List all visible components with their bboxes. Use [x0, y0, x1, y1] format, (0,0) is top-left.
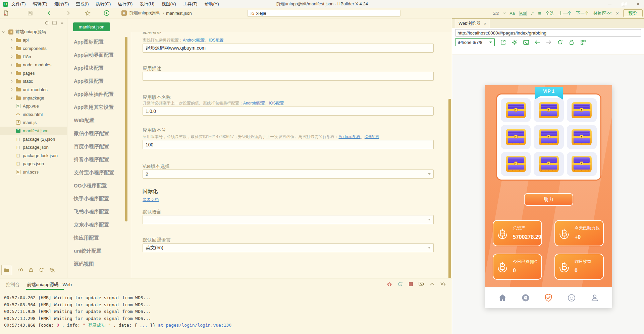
- new-file-button[interactable]: [3, 10, 9, 16]
- unlock-icon[interactable]: [569, 39, 575, 45]
- expand-chevron-icon[interactable]: [10, 47, 12, 50]
- close-button[interactable]: ×: [636, 2, 640, 6]
- next-button[interactable]: 下一个: [576, 10, 589, 16]
- menu-item[interactable]: 跳转(G): [96, 1, 111, 7]
- stat-card[interactable]: 今天已助力数 +0: [554, 220, 604, 246]
- preview-button[interactable]: 预览: [623, 9, 643, 17]
- expand-chevron-icon[interactable]: [10, 96, 12, 99]
- qr-code-icon[interactable]: [580, 39, 586, 45]
- ios-config-link[interactable]: iOS配置: [365, 134, 379, 139]
- select-all-button[interactable]: 全选: [545, 10, 554, 16]
- tab-web-browser[interactable]: Web浏览器 ×: [455, 19, 490, 28]
- locate-file-icon[interactable]: [44, 20, 49, 25]
- tree-root-project[interactable]: u 前端uniapp源码: [0, 28, 67, 36]
- restore-button[interactable]: [622, 2, 626, 6]
- config-menu-item[interactable]: QQ小程序配置: [68, 179, 131, 192]
- device-select[interactable]: iPhone 6/7/8: [455, 38, 495, 46]
- expand-chevron-icon[interactable]: [10, 72, 12, 74]
- lines-icon[interactable]: ≡: [538, 10, 541, 16]
- config-menu-item[interactable]: App模块配置: [68, 61, 131, 74]
- config-menu-item[interactable]: 快应用配置: [68, 231, 131, 244]
- log-token[interactable]: ...: [140, 323, 147, 328]
- expand-chevron-icon[interactable]: [10, 80, 12, 83]
- debug-bug-icon[interactable]: [386, 281, 392, 287]
- tree-item[interactable]: pages: [0, 69, 67, 77]
- search-input[interactable]: [256, 11, 398, 16]
- previous-button[interactable]: 上一个: [558, 10, 572, 16]
- forward-button[interactable]: [65, 10, 72, 16]
- version-code-input[interactable]: 100: [143, 140, 434, 149]
- config-menu-item[interactable]: 抖音小程序配置: [68, 153, 131, 166]
- tab-remote[interactable]: [49, 265, 55, 275]
- fallback-lang-select[interactable]: 英文(en): [143, 243, 434, 252]
- config-menu-item[interactable]: App原生插件配置: [68, 87, 131, 101]
- tab-console[interactable]: 控制台: [6, 282, 20, 288]
- back-arrow-icon[interactable]: [534, 39, 540, 45]
- tree-item[interactable]: App.vue: [0, 102, 67, 110]
- tree-item[interactable]: package-lock.json: [0, 151, 67, 160]
- restart-icon[interactable]: [397, 281, 403, 287]
- config-menu-item[interactable]: 百度小程序配置: [68, 140, 131, 153]
- expand-chevron-icon[interactable]: [2, 30, 5, 33]
- stop-icon[interactable]: [408, 281, 414, 287]
- menu-item[interactable]: 编辑(E): [33, 1, 47, 7]
- tree-item[interactable]: uni_modules: [0, 85, 67, 94]
- smiley-icon[interactable]: [567, 293, 576, 303]
- config-menu-item[interactable]: App启动界面配置: [68, 48, 131, 61]
- expand-chevron-icon[interactable]: [10, 88, 12, 91]
- tree-item[interactable]: main.js: [0, 119, 67, 127]
- menu-item[interactable]: 文件(F): [11, 1, 26, 7]
- android-config-link[interactable]: Android配置: [338, 134, 360, 139]
- menu-item[interactable]: 运行(R): [118, 1, 132, 7]
- breadcrumb-project[interactable]: 前端uniapp源码: [129, 10, 160, 16]
- minimize-button[interactable]: [608, 2, 612, 6]
- tab-sync[interactable]: [39, 265, 44, 275]
- tab-files[interactable]: [1, 265, 12, 275]
- devtools-console-icon[interactable]: [523, 39, 529, 45]
- run-button[interactable]: [103, 10, 110, 16]
- breadcrumb-file[interactable]: manifest.json: [166, 11, 192, 16]
- new-terminal-icon[interactable]: [419, 281, 424, 287]
- shield-check-icon[interactable]: [544, 293, 553, 303]
- address-bar-input[interactable]: [455, 29, 641, 37]
- version-name-input[interactable]: 1.0.0: [143, 107, 434, 116]
- open-external-icon[interactable]: [500, 39, 506, 45]
- close-tab-icon[interactable]: ×: [484, 21, 487, 26]
- config-menu-item[interactable]: 飞书小程序配置: [68, 205, 131, 218]
- menu-item[interactable]: 查找(I): [76, 1, 89, 7]
- config-menu-item[interactable]: 支付宝小程序配置: [68, 166, 131, 179]
- settings-gear-icon[interactable]: [512, 39, 518, 45]
- tree-item[interactable]: static: [0, 77, 67, 86]
- config-menu-item[interactable]: 快手小程序配置: [68, 192, 131, 205]
- tree-item[interactable]: uni.scss: [0, 168, 67, 176]
- default-lang-select[interactable]: [143, 215, 434, 224]
- stat-card[interactable]: 总资产 5700278.29: [493, 220, 542, 246]
- menu-item[interactable]: 视图(V): [161, 1, 176, 7]
- menu-item[interactable]: 选择(S): [54, 1, 69, 7]
- reference-doc-link[interactable]: 参考文档: [143, 197, 159, 202]
- log-token[interactable]: at pages/login/login.vue:130: [158, 323, 231, 328]
- tab-debug[interactable]: [29, 265, 34, 275]
- home-icon[interactable]: [498, 293, 507, 303]
- tree-item[interactable]: components: [0, 44, 67, 53]
- menu-item[interactable]: 工具(T): [183, 1, 198, 7]
- save-button[interactable]: [27, 10, 34, 16]
- stat-card[interactable]: 今日已抢佣金 0: [493, 254, 542, 280]
- config-menu-scrollbar[interactable]: [125, 37, 127, 221]
- collapse-panel-icon[interactable]: [429, 281, 435, 287]
- android-config-link[interactable]: Android配置: [183, 38, 205, 43]
- clear-console-icon[interactable]: [440, 281, 446, 287]
- refresh-icon[interactable]: [557, 39, 563, 45]
- app-desc-input[interactable]: [143, 72, 434, 81]
- replace-zone-button[interactable]: 替换区<<: [593, 10, 611, 16]
- tree-item[interactable]: node_modules: [0, 61, 67, 69]
- tree-item[interactable]: package.json: [0, 143, 67, 151]
- expand-chevron-icon[interactable]: [10, 63, 12, 66]
- config-menu-item[interactable]: 源码视图: [68, 257, 131, 270]
- regex-toggle[interactable]: .*: [531, 11, 534, 16]
- form-scrollbar[interactable]: [448, 99, 451, 278]
- expand-chevron-icon[interactable]: [10, 55, 12, 58]
- tree-item[interactable]: api: [0, 36, 67, 45]
- tree-item[interactable]: package (2).json: [0, 135, 67, 143]
- tree-item[interactable]: manifest.json: [0, 127, 67, 135]
